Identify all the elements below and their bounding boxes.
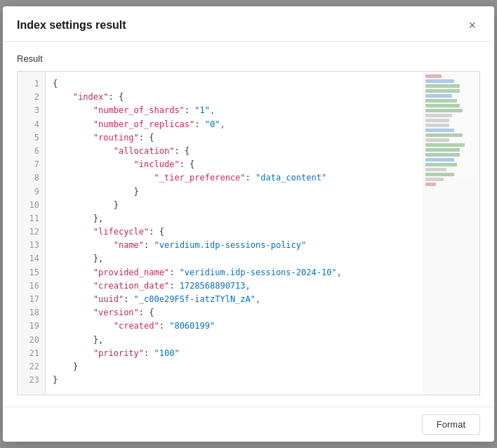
line-number: 18 [18, 306, 45, 319]
code-content[interactable]: { "index": { "number_of_shards": "1", "n… [46, 72, 479, 395]
line-number: 16 [18, 279, 45, 293]
code-line: }, [53, 252, 474, 265]
code-line: } [53, 374, 474, 387]
code-line: { [53, 77, 474, 91]
code-line: "provided_name": "veridium.idp-sessions-… [53, 266, 474, 279]
code-line: "allocation": { [53, 145, 474, 158]
minimap [423, 72, 479, 395]
line-number: 21 [18, 347, 45, 360]
line-number: 12 [18, 225, 45, 239]
line-number: 20 [18, 334, 45, 347]
line-number: 23 [18, 374, 45, 387]
close-button[interactable]: × [464, 18, 480, 33]
line-number: 22 [18, 360, 45, 374]
line-number: 17 [18, 293, 45, 306]
code-line: "name": "veridium.idp-sessions-policy" [53, 239, 474, 252]
modal-overlay: Index settings result × Result 123456789… [0, 0, 497, 448]
line-number: 14 [18, 252, 45, 265]
line-numbers: 1234567891011121314151617181920212223 [18, 72, 46, 395]
line-number: 8 [18, 171, 45, 185]
line-number: 10 [18, 199, 45, 212]
line-number: 15 [18, 266, 45, 279]
code-line: "version": { [53, 306, 474, 319]
code-line: }, [53, 334, 474, 347]
line-number: 7 [18, 158, 45, 171]
format-button[interactable]: Format [422, 414, 480, 435]
result-label: Result [17, 53, 480, 64]
code-line: "routing": { [53, 131, 474, 145]
line-number: 1 [18, 77, 45, 91]
code-line: "lifecycle": { [53, 225, 474, 239]
code-line: "include": { [53, 158, 474, 171]
code-line: "priority": "100" [53, 347, 474, 360]
modal-header: Index settings result × [3, 6, 494, 42]
modal-body: Result 123456789101112131415161718192021… [3, 42, 494, 407]
code-line: "uuid": "_c00e29FSf-iatzTYlN_zA", [53, 293, 474, 306]
modal-footer: Format [3, 407, 494, 442]
line-number: 9 [18, 185, 45, 199]
line-number: 4 [18, 118, 45, 131]
code-line: "_tier_preference": "data_content" [53, 171, 474, 185]
line-number: 2 [18, 91, 45, 104]
code-line: "number_of_replicas": "0", [53, 118, 474, 131]
code-container: 1234567891011121314151617181920212223 { … [17, 71, 480, 395]
code-line: "index": { [53, 91, 474, 104]
code-line: } [53, 185, 474, 199]
line-number: 6 [18, 145, 45, 158]
code-line: } [53, 360, 474, 374]
modal-dialog: Index settings result × Result 123456789… [3, 6, 494, 442]
code-line: "creation_date": 1728568890713, [53, 279, 474, 293]
line-number: 19 [18, 319, 45, 333]
code-line: "created": "8060199" [53, 319, 474, 333]
line-number: 3 [18, 104, 45, 117]
code-line: "number_of_shards": "1", [53, 104, 474, 117]
line-number: 13 [18, 239, 45, 252]
code-line: }, [53, 212, 474, 225]
line-number: 11 [18, 212, 45, 225]
line-number: 5 [18, 131, 45, 145]
code-line: } [53, 199, 474, 212]
modal-title: Index settings result [17, 19, 126, 32]
